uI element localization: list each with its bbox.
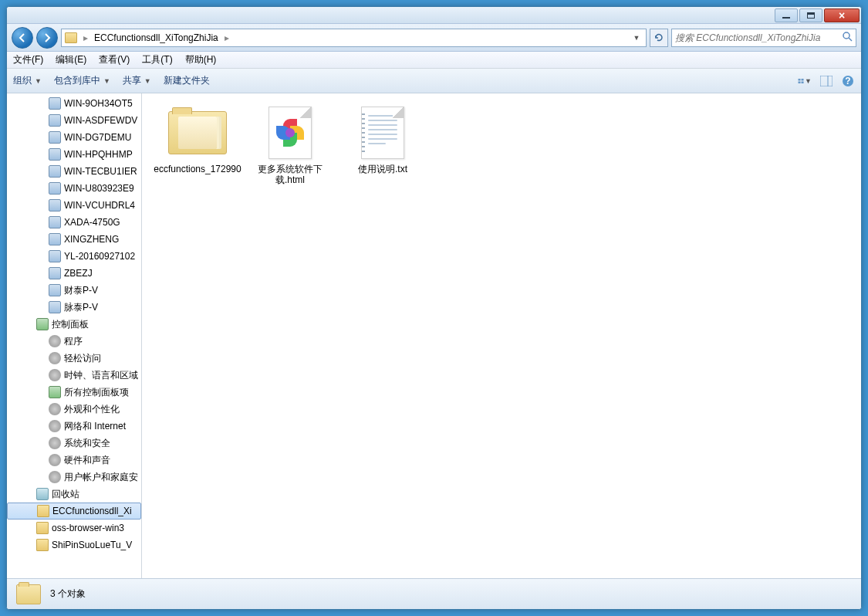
tree-item[interactable]: 轻松访问 bbox=[7, 350, 141, 367]
breadcrumb-item[interactable]: ECCfunctionsdll_XiTongZhiJia bbox=[94, 32, 218, 43]
back-button[interactable] bbox=[12, 27, 33, 49]
tree-item[interactable]: 所有控制面板项 bbox=[7, 384, 141, 401]
breadcrumb[interactable]: ▸ ECCfunctionsdll_XiTongZhiJia ▸ ▼ bbox=[61, 29, 647, 47]
computer-icon bbox=[49, 131, 61, 144]
svg-rect-6 bbox=[820, 76, 833, 86]
tree-item[interactable]: 外观和个性化 bbox=[7, 401, 141, 418]
cpanel-icon bbox=[36, 318, 49, 330]
file-label: 使用说明.txt bbox=[358, 164, 407, 174]
tree-item[interactable]: oss-browser-win3 bbox=[7, 520, 141, 536]
menu-view[interactable]: 查看(V) bbox=[99, 53, 130, 66]
tree-item[interactable]: WIN-HPQHHMP bbox=[7, 146, 141, 163]
tree-item-label: WIN-U803923E9 bbox=[64, 183, 134, 194]
gear-icon bbox=[49, 420, 61, 432]
tree-item[interactable]: XADA-4750G bbox=[7, 214, 141, 231]
tree-item[interactable]: WIN-U803923E9 bbox=[7, 180, 141, 197]
tree-item[interactable]: WIN-VCUHDRL4 bbox=[7, 197, 141, 214]
tree-item-label: 程序 bbox=[64, 335, 83, 348]
tree-item[interactable]: 时钟、语言和区域 bbox=[7, 367, 141, 384]
tree-item-label: 财泰P-V bbox=[64, 284, 98, 297]
tree-item-label: 系统和安全 bbox=[64, 437, 110, 450]
menu-help[interactable]: 帮助(H) bbox=[185, 53, 217, 66]
tree-item-label: 网络和 Internet bbox=[64, 420, 126, 433]
search-box[interactable] bbox=[671, 29, 856, 47]
title-bar: × bbox=[7, 7, 861, 24]
folder-icon bbox=[65, 32, 77, 43]
tree-item[interactable]: 回收站 bbox=[7, 486, 141, 503]
file-label: 更多系统软件下载.html bbox=[248, 164, 333, 185]
file-list[interactable]: eccfunctions_172990更多系统软件下载.html使用说明.txt bbox=[142, 93, 861, 578]
tree-item-label: 脉泰P-V bbox=[64, 301, 98, 314]
recycle-icon bbox=[36, 488, 49, 500]
tree-item[interactable]: YL-20160927102 bbox=[7, 248, 141, 265]
tree-item-label: ECCfunctionsdll_Xi bbox=[52, 506, 132, 516]
breadcrumb-dropdown[interactable]: ▼ bbox=[630, 29, 643, 46]
tree-item[interactable]: ECCfunctionsdll_Xi bbox=[7, 503, 141, 520]
tree-item[interactable]: WIN-9OH34OT5 bbox=[7, 95, 141, 112]
view-options-button[interactable]: ▼ bbox=[798, 74, 812, 88]
gear-icon bbox=[49, 437, 61, 449]
computer-icon bbox=[49, 267, 61, 279]
preview-pane-button[interactable] bbox=[819, 74, 833, 88]
tree-item-label: XADA-4750G bbox=[64, 217, 120, 228]
tree-item[interactable]: WIN-ASDFEWDV bbox=[7, 112, 141, 129]
menu-tools[interactable]: 工具(T) bbox=[142, 53, 172, 66]
forward-button[interactable] bbox=[36, 27, 58, 49]
menu-edit[interactable]: 编辑(E) bbox=[56, 53, 86, 66]
computer-icon bbox=[49, 216, 61, 228]
pane-icon bbox=[820, 76, 833, 86]
navigation-pane[interactable]: WIN-9OH34OT5WIN-ASDFEWDVWIN-DG7DEMUWIN-H… bbox=[7, 93, 142, 578]
toolbar: 组织 ▼ 包含到库中 ▼ 共享 ▼ 新建文件夹 ▼ ? bbox=[7, 69, 861, 93]
tree-item-label: 硬件和声音 bbox=[64, 454, 110, 467]
computer-icon bbox=[49, 182, 61, 195]
folder-icon bbox=[36, 522, 49, 534]
tree-item[interactable]: 用户帐户和家庭安 bbox=[7, 469, 141, 486]
search-input[interactable] bbox=[675, 32, 842, 43]
tree-item-label: 时钟、语言和区域 bbox=[64, 369, 138, 382]
include-in-library-button[interactable]: 包含到库中 ▼ bbox=[54, 74, 110, 87]
tree-item[interactable]: XINGZHENG bbox=[7, 231, 141, 248]
computer-icon bbox=[49, 148, 61, 161]
main-area: WIN-9OH34OT5WIN-ASDFEWDVWIN-DG7DEMUWIN-H… bbox=[7, 93, 861, 578]
explorer-window: × ▸ ECCfunctionsdll_XiTongZhiJia ▸ ▼ 文件(… bbox=[6, 6, 862, 610]
search-icon[interactable] bbox=[842, 31, 853, 44]
file-item[interactable]: 使用说明.txt bbox=[336, 103, 429, 195]
folder-icon bbox=[36, 539, 49, 551]
tree-item-label: ZBEZJ bbox=[64, 268, 93, 279]
file-item[interactable]: eccfunctions_172990 bbox=[151, 103, 244, 195]
tree-item[interactable]: 财泰P-V bbox=[7, 282, 141, 299]
gear-icon bbox=[49, 454, 61, 466]
close-button[interactable]: × bbox=[824, 8, 860, 22]
tree-item[interactable]: 网络和 Internet bbox=[7, 418, 141, 435]
tree-item[interactable]: WIN-DG7DEMU bbox=[7, 129, 141, 146]
address-bar: ▸ ECCfunctionsdll_XiTongZhiJia ▸ ▼ bbox=[7, 24, 861, 52]
share-button[interactable]: 共享 ▼ bbox=[123, 74, 151, 87]
tree-item[interactable]: 控制面板 bbox=[7, 316, 141, 333]
tree-item[interactable]: 硬件和声音 bbox=[7, 452, 141, 469]
tree-item[interactable]: ZBEZJ bbox=[7, 265, 141, 282]
organize-button[interactable]: 组织 ▼ bbox=[13, 74, 42, 87]
help-button[interactable]: ? bbox=[841, 74, 855, 88]
minimize-button[interactable] bbox=[775, 8, 798, 22]
svg-point-0 bbox=[843, 32, 849, 39]
svg-rect-4 bbox=[799, 81, 801, 83]
svg-rect-2 bbox=[799, 78, 801, 80]
maximize-button[interactable] bbox=[799, 8, 822, 22]
tree-item[interactable]: 程序 bbox=[7, 333, 141, 350]
tree-item-label: 控制面板 bbox=[52, 318, 89, 331]
tree-item-label: WIN-DG7DEMU bbox=[64, 132, 131, 143]
refresh-button[interactable] bbox=[650, 29, 668, 47]
svg-rect-3 bbox=[802, 78, 804, 80]
file-item[interactable]: 更多系统软件下载.html bbox=[244, 103, 336, 195]
tree-item[interactable]: 脉泰P-V bbox=[7, 299, 141, 316]
new-folder-button[interactable]: 新建文件夹 bbox=[164, 74, 210, 87]
computer-icon bbox=[49, 165, 61, 178]
tree-item[interactable]: 系统和安全 bbox=[7, 435, 141, 452]
tree-item-label: ShiPinSuoLueTu_V bbox=[52, 540, 132, 550]
tree-item[interactable]: ShiPinSuoLueTu_V bbox=[7, 536, 141, 553]
gear-icon bbox=[49, 335, 61, 347]
computer-icon bbox=[49, 301, 61, 313]
breadcrumb-separator-icon: ▸ bbox=[80, 32, 91, 43]
tree-item[interactable]: WIN-TECBU1IER bbox=[7, 163, 141, 180]
menu-file[interactable]: 文件(F) bbox=[13, 53, 43, 66]
